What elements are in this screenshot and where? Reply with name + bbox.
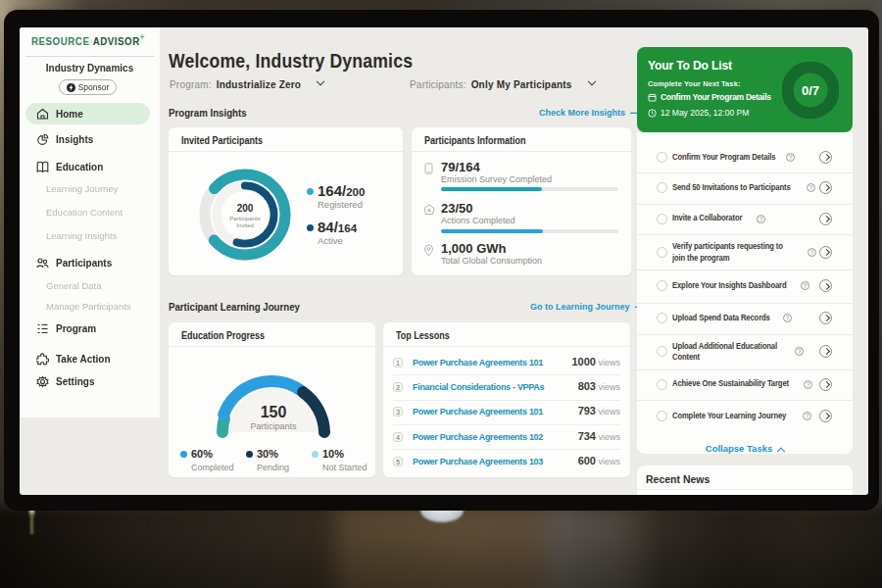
svg-text:Invited: Invited — [236, 222, 254, 228]
svg-text:200: 200 — [237, 203, 254, 214]
svg-text:Participants: Participants — [229, 216, 260, 221]
svg-text:0/7: 0/7 — [802, 83, 819, 98]
